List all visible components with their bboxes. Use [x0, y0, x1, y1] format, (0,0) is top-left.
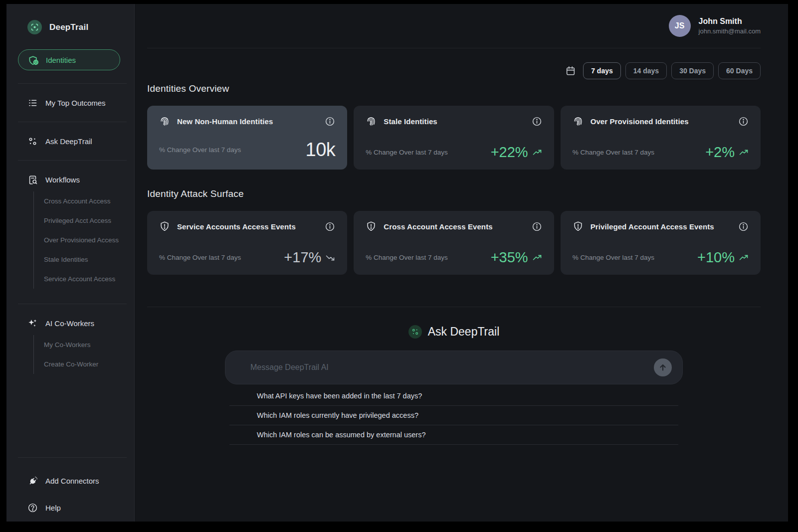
card-caption: % Change Over last 7 days: [573, 149, 654, 156]
deeptrail-logo-icon: [27, 20, 42, 34]
sidebar-item-my-top-outcomes[interactable]: My Top Outcomes: [6, 97, 134, 109]
range-button-14-days[interactable]: 14 days: [625, 62, 667, 79]
sidebar-item-add-connectors[interactable]: Add Connectors: [6, 475, 134, 487]
sidebar-spacer: [6, 374, 134, 444]
card-value: +35%: [491, 249, 528, 266]
sidebar-item-label: Workflows: [45, 176, 80, 184]
section-title-identities-overview: Identities Overview: [147, 83, 761, 94]
sidebar-item-identities[interactable]: Identities: [18, 49, 120, 70]
card-footer: % Change Over last 7 days 10k: [159, 139, 335, 161]
card-value: +2%: [705, 144, 735, 161]
workflows-subnav: Cross Account Access Privileged Acct Acc…: [33, 191, 134, 289]
list-icon: [27, 98, 38, 108]
ai-coworkers-subnav: My Co-Workers Create Co-Worker: [33, 335, 134, 374]
suggestion-item[interactable]: What API keys have been added in the las…: [229, 386, 678, 406]
sidebar-item-label: My Top Outcomes: [45, 99, 106, 107]
send-button[interactable]: [654, 358, 672, 376]
sidebar-divider: [18, 304, 127, 304]
card-footer: % Change Over last 7 days +2%: [573, 144, 749, 161]
card-service-accounts-access-events[interactable]: Service Accounts Access Events % Change …: [147, 211, 347, 275]
avatar[interactable]: JS: [669, 15, 691, 37]
trend-up-icon: [739, 253, 749, 263]
ask-deeptrail-heading: Ask DeepTrail: [147, 325, 761, 339]
card-new-non-human-identities[interactable]: New Non-Human Identities % Change Over l…: [147, 106, 347, 170]
message-input[interactable]: [225, 351, 683, 384]
suggestion-item[interactable]: Which IAM roles can be assumed by extern…: [229, 425, 678, 445]
card-caption: % Change Over last 7 days: [366, 149, 447, 156]
card-title: Stale Identities: [384, 117, 437, 126]
trend-up-icon: [532, 253, 542, 263]
card-header: Service Accounts Access Events: [159, 221, 335, 232]
card-title: New Non-Human Identities: [177, 117, 273, 126]
card-over-provisioned-identities[interactable]: Over Provisioned Identities % Change Ove…: [561, 106, 761, 170]
brand: DeepTrail: [6, 20, 134, 34]
sidebar-item-label: Add Connectors: [45, 477, 99, 485]
app-window: DeepTrail Identities My Top Outcomes Ask…: [6, 4, 788, 522]
card-caption: % Change Over last 7 days: [159, 146, 241, 154]
subnav-item-service-account-access[interactable]: Service Account Access: [34, 269, 134, 289]
card-value: +22%: [491, 144, 528, 161]
sidebar-item-label: AI Co-Workers: [45, 319, 94, 328]
date-range-controls: 7 days 14 days 30 Days 60 Days: [147, 62, 761, 79]
section-title-identity-attack-surface: Identity Attack Surface: [147, 188, 761, 199]
sidebar: DeepTrail Identities My Top Outcomes Ask…: [6, 4, 135, 522]
ask-section-divider: [147, 307, 761, 307]
top-header: JS John Smith john.smith@mail.com: [147, 4, 761, 48]
info-icon[interactable]: [532, 221, 542, 232]
range-button-group: 7 days 14 days 30 Days 60 Days: [583, 62, 761, 79]
subnav-item-stale-identities[interactable]: Stale Identities: [34, 250, 134, 269]
sidebar-item-label: Ask DeepTrail: [45, 137, 92, 146]
card-footer: % Change Over last 7 days +10%: [573, 249, 749, 266]
range-button-60-days[interactable]: 60 Days: [718, 62, 761, 79]
brand-name: DeepTrail: [49, 22, 88, 32]
trend-down-icon: [325, 253, 335, 263]
subnav-item-my-coworkers[interactable]: My Co-Workers: [34, 335, 134, 355]
sidebar-divider: [18, 160, 127, 161]
range-button-30-days[interactable]: 30 Days: [671, 62, 714, 79]
info-icon[interactable]: [325, 221, 335, 232]
sidebar-item-ai-coworkers[interactable]: AI Co-Workers: [6, 317, 134, 329]
plug-icon: [27, 476, 38, 486]
sparkles-icon: [27, 318, 38, 329]
shield-alert-icon: [159, 221, 170, 232]
user-chip[interactable]: JS John Smith john.smith@mail.com: [669, 15, 761, 37]
card-cross-account-access-events[interactable]: Cross Account Access Events % Change Ove…: [354, 211, 554, 275]
ask-deeptrail-icon: [408, 325, 422, 339]
calendar-icon[interactable]: [565, 65, 576, 76]
info-icon[interactable]: [738, 116, 749, 127]
info-icon[interactable]: [532, 116, 542, 127]
subnav-item-cross-account-access[interactable]: Cross Account Access: [34, 191, 134, 211]
card-stale-identities[interactable]: Stale Identities % Change Over last 7 da…: [354, 106, 554, 170]
subnav-item-over-provisioned-access[interactable]: Over Provisioned Access: [34, 230, 134, 250]
suggestion-list: What API keys have been added in the las…: [229, 386, 678, 445]
info-icon[interactable]: [325, 116, 335, 127]
info-icon[interactable]: [738, 221, 749, 232]
card-footer: % Change Over last 7 days +35%: [366, 249, 542, 266]
user-name: John Smith: [699, 17, 761, 26]
sidebar-item-ask-deeptrail[interactable]: Ask DeepTrail: [6, 135, 134, 147]
range-button-7-days[interactable]: 7 days: [583, 62, 621, 79]
card-value: +17%: [284, 249, 321, 266]
card-header: Over Provisioned Identities: [573, 116, 749, 127]
suggestion-item[interactable]: Which IAM roles currently have privilege…: [229, 406, 678, 425]
card-privileged-account-access-events[interactable]: Privileged Account Access Events % Chang…: [561, 211, 761, 275]
ask-title: Ask DeepTrail: [428, 325, 500, 339]
ask-input-container: [225, 351, 683, 384]
sidebar-item-label: Identities: [46, 56, 76, 64]
sidebar-item-help[interactable]: Help: [6, 502, 134, 514]
card-caption: % Change Over last 7 days: [159, 254, 241, 261]
fingerprint-icon: [366, 116, 377, 127]
shield-alert-icon: [366, 221, 377, 232]
header-divider: [147, 48, 761, 48]
help-icon: [27, 503, 38, 513]
subnav-item-privileged-acct-access[interactable]: Privileged Acct Access: [34, 211, 134, 230]
subnav-item-create-coworker[interactable]: Create Co-Worker: [34, 355, 134, 374]
fingerprint-icon: [573, 116, 584, 127]
shield-alert-icon: [573, 221, 584, 232]
card-header: Stale Identities: [366, 116, 542, 127]
card-title: Service Accounts Access Events: [177, 222, 296, 231]
dots-grid-icon: [27, 136, 38, 147]
card-title: Privileged Account Access Events: [591, 222, 714, 231]
sidebar-item-workflows[interactable]: Workflows: [6, 174, 134, 185]
arrow-up-icon: [657, 362, 668, 373]
